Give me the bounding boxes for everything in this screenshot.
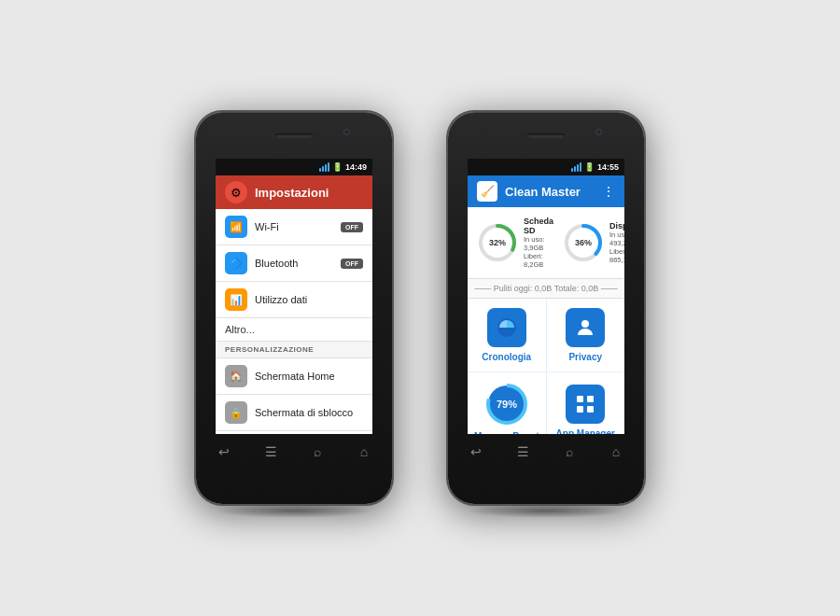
settings-item-more[interactable]: Altro... [216, 318, 372, 342]
home-button-2[interactable]: ⌂ [606, 441, 626, 462]
home-label: Schermata Home [255, 371, 363, 382]
bluetooth-icon: 🔷 [225, 252, 247, 274]
device-percent: 36% [575, 238, 592, 247]
sd-circle: 32% [477, 222, 518, 263]
cm-stats: 32% Scheda SD In uso: 3,9GB Liberi: 8,2G… [468, 207, 624, 279]
cm-logo-icon: 🧹 [477, 181, 497, 202]
cm-grid-appmanager[interactable]: A App Manager [547, 372, 625, 434]
signal-icon-2 [571, 162, 581, 172]
data-icon: 📊 [225, 288, 247, 311]
phone-settings: 🔋 14:49 ⚙ Impostazioni 📶 Wi-Fi OFF [196, 112, 392, 504]
device-circle: 36% [563, 222, 604, 263]
memory-icon: 79% [484, 382, 529, 427]
search-button-2[interactable]: ⌕ [559, 441, 580, 462]
data-label: Utilizzo dati [255, 294, 363, 305]
bluetooth-toggle[interactable]: OFF [341, 259, 363, 269]
status-bar-1: 🔋 14:49 [216, 159, 372, 175]
phone-bottom-1: ↩ ☰ ⌕ ⌂ [196, 434, 392, 504]
cm-grid-privacy[interactable]: Privacy [547, 299, 625, 371]
menu-button-1[interactable]: ☰ [260, 441, 281, 462]
back-button-1[interactable]: ↩ [214, 441, 234, 462]
cm-puliti: —— Puliti oggi: 0,0B Totale: 0,0B —— [468, 279, 624, 299]
settings-content: ⚙ Impostazioni 📶 Wi-Fi OFF 🔷 Bluetooth [216, 175, 372, 434]
appmanager-icon: A [566, 385, 605, 424]
appmanager-label: App Manager [556, 428, 615, 434]
svg-rect-9 [577, 396, 583, 402]
wifi-icon: 📶 [225, 216, 247, 238]
section-personalizzazione: PERSONALIZZAZIONE [216, 342, 372, 358]
sd-percent: 32% [489, 238, 506, 247]
cm-body: 32% Scheda SD In uso: 3,9GB Liberi: 8,2G… [468, 207, 624, 434]
privacy-label: Privacy [568, 352, 602, 362]
cm-content: 🧹 Clean Master ⋮ [468, 175, 624, 434]
speaker-1 [275, 133, 313, 138]
wifi-label: Wi-Fi [255, 221, 333, 232]
settings-header: ⚙ Impostazioni [216, 175, 372, 209]
phone-top-2 [448, 112, 644, 159]
cronologia-label: Cronologia [482, 352, 531, 362]
cm-grid-cronologia[interactable]: Cronologia [468, 299, 546, 371]
settings-item-wifi[interactable]: 📶 Wi-Fi OFF [216, 209, 372, 245]
back-button-2[interactable]: ↩ [466, 441, 486, 462]
cm-grid: Cronologia Privacy [468, 299, 624, 434]
status-bar-2: 🔋 14:55 [468, 159, 624, 175]
phone-top-1 [196, 112, 392, 159]
cronologia-icon [487, 308, 526, 347]
home-icon: 🏠 [225, 365, 247, 387]
device-stat-text: Dispositivo In uso: 493,2MB Liberi: 865,… [609, 221, 624, 264]
cm-menu-icon[interactable]: ⋮ [602, 184, 615, 199]
battery-icon-1: 🔋 [332, 162, 343, 172]
svg-rect-11 [577, 406, 583, 413]
search-button-1[interactable]: ⌕ [307, 441, 328, 462]
memory-label: Memory Boost [474, 431, 539, 434]
cm-stat-device: 36% Dispositivo In uso: 493,2MB Liberi: … [563, 217, 624, 269]
phone-cleanmaster: 🔋 14:55 🧹 Clean Master ⋮ [448, 112, 644, 504]
svg-point-5 [581, 320, 589, 328]
cm-title: Clean Master [505, 185, 595, 199]
settings-list: 📶 Wi-Fi OFF 🔷 Bluetooth OFF 📊 Utilizzo d… [216, 209, 372, 434]
menu-button-2[interactable]: ☰ [512, 441, 533, 462]
camera-1 [343, 129, 350, 135]
time-1: 14:49 [345, 162, 367, 172]
cm-grid-memory[interactable]: 79% Memory Boost [468, 372, 546, 434]
lock-icon: 🔒 [225, 401, 247, 424]
speaker-2 [527, 133, 565, 138]
screen-settings: 🔋 14:49 ⚙ Impostazioni 📶 Wi-Fi OFF [216, 159, 372, 434]
settings-title: Impostazioni [255, 186, 329, 200]
settings-icon: ⚙ [225, 181, 247, 203]
settings-item-home[interactable]: 🏠 Schermata Home [216, 358, 372, 395]
settings-item-bluetooth[interactable]: 🔷 Bluetooth OFF [216, 245, 372, 282]
svg-rect-10 [587, 396, 594, 402]
signal-icon-1 [319, 162, 329, 172]
privacy-icon [566, 308, 605, 347]
svg-text:79%: 79% [497, 399, 517, 410]
bluetooth-label: Bluetooth [255, 258, 333, 269]
phone-bottom-2: ↩ ☰ ⌕ ⌂ [448, 434, 644, 504]
settings-item-lock[interactable]: 🔒 Schermata di sblocco [216, 395, 372, 431]
time-2: 14:55 [597, 162, 619, 172]
settings-item-themes[interactable]: 🎨 Temi [216, 431, 372, 434]
camera-2 [595, 129, 602, 135]
home-button-1[interactable]: ⌂ [354, 441, 374, 462]
svg-text:A: A [588, 406, 593, 413]
battery-icon-2: 🔋 [584, 162, 595, 172]
sd-stat-text: Scheda SD In uso: 3,9GB Liberi: 8,2GB [524, 217, 553, 269]
settings-item-data[interactable]: 📊 Utilizzo dati [216, 282, 372, 318]
scene: 🔋 14:49 ⚙ Impostazioni 📶 Wi-Fi OFF [196, 112, 644, 504]
cm-stat-sd: 32% Scheda SD In uso: 3,9GB Liberi: 8,2G… [477, 217, 553, 269]
cm-header: 🧹 Clean Master ⋮ [468, 175, 624, 207]
wifi-toggle[interactable]: OFF [341, 222, 363, 232]
screen-cleanmaster: 🔋 14:55 🧹 Clean Master ⋮ [468, 159, 624, 434]
lock-label: Schermata di sblocco [255, 407, 363, 418]
